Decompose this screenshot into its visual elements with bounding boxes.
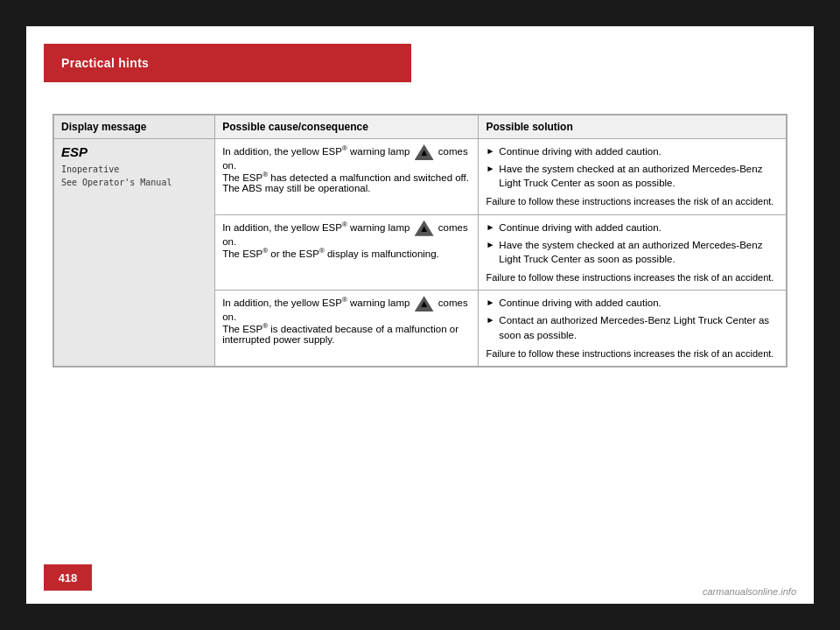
page-number: 418 xyxy=(59,571,78,584)
cause-text-2: The ESP® has detected a malfunction and … xyxy=(222,171,471,183)
cause-text: In addition, the yellow ESP® warning lam… xyxy=(222,296,471,322)
esp-label: ESP xyxy=(61,144,88,159)
solution-text: Continue driving with added caution. xyxy=(499,220,661,234)
esp-subtext: Inoperative See Operator's Manual xyxy=(61,163,207,189)
solution-bullet: ► Have the system checked at an authoriz… xyxy=(486,238,779,266)
solution-text: Have the system checked at an authorized… xyxy=(499,238,779,266)
cause-text-2: The ESP® or the ESP® display is malfunct… xyxy=(222,247,471,259)
bullet-arrow-icon: ► xyxy=(486,145,494,158)
cause-cell-2: In addition, the yellow ESP® warning lam… xyxy=(215,214,479,290)
solution-cell-2: ► Continue driving with added caution. ►… xyxy=(479,214,787,290)
solution-cell-3: ► Continue driving with added caution. ►… xyxy=(479,290,787,367)
main-table-container: Display message Possible cause/consequen… xyxy=(52,114,788,368)
warning-icon-2: ▲ xyxy=(415,220,434,236)
header-title: Practical hints xyxy=(61,56,149,70)
header-bar: Practical hints xyxy=(44,44,411,82)
table-header-row: Display message Possible cause/consequen… xyxy=(54,116,787,139)
col-header-display: Display message xyxy=(54,116,215,139)
esp-subtext-line1: Inoperative xyxy=(61,164,119,174)
solution-bullet: ► Continue driving with added caution. xyxy=(486,220,779,234)
solution-text: Continue driving with added caution. xyxy=(499,144,661,158)
cause-text: In addition, the yellow ESP® warning lam… xyxy=(222,144,471,171)
col-header-solution: Possible solution xyxy=(479,116,787,139)
esp-subtext-line2: See Operator's Manual xyxy=(61,178,172,187)
cause-section-3: In addition, the yellow ESP® warning lam… xyxy=(222,296,471,345)
solution-text: Contact an authorized Mercedes-Benz Ligh… xyxy=(499,313,779,341)
solution-cell-1: ► Continue driving with added caution. ►… xyxy=(479,139,787,215)
esp-table: Display message Possible cause/consequen… xyxy=(53,115,787,367)
cause-section-1: In addition, the yellow ESP® warning lam… xyxy=(222,144,471,193)
cause-text-3: The ABS may still be operational. xyxy=(222,183,471,193)
bullet-arrow-icon: ► xyxy=(486,221,494,234)
bullet-arrow-icon: ► xyxy=(486,163,494,175)
warning-icon-3: ▲ xyxy=(415,296,434,312)
solution-text: Continue driving with added caution. xyxy=(499,296,661,310)
display-message-cell: ESP Inoperative See Operator's Manual xyxy=(54,139,215,367)
failure-note-1: Failure to follow these instructions inc… xyxy=(486,195,779,208)
table-row: ESP Inoperative See Operator's Manual In… xyxy=(54,139,787,215)
bullet-arrow-icon: ► xyxy=(486,297,494,309)
bullet-arrow-icon: ► xyxy=(486,239,494,251)
warning-icon-1: ▲ xyxy=(415,144,434,160)
solution-bullet: ► Continue driving with added caution. xyxy=(486,296,779,310)
cause-text-2: The ESP® is deactivated because of a mal… xyxy=(222,322,471,345)
bullet-arrow-icon: ► xyxy=(486,314,494,326)
solution-bullet: ► Continue driving with added caution. xyxy=(486,144,779,158)
solution-bullet: ► Have the system checked at an authoriz… xyxy=(486,162,779,190)
col-header-cause: Possible cause/consequence xyxy=(215,116,479,139)
failure-note-2: Failure to follow these instructions inc… xyxy=(486,271,779,284)
cause-section-2: In addition, the yellow ESP® warning lam… xyxy=(222,220,471,259)
cause-cell-3: In addition, the yellow ESP® warning lam… xyxy=(215,290,479,367)
cause-cell-1: In addition, the yellow ESP® warning lam… xyxy=(215,139,479,215)
page-number-box: 418 xyxy=(44,564,92,591)
cause-text: In addition, the yellow ESP® warning lam… xyxy=(222,220,471,247)
solution-text: Have the system checked at an authorized… xyxy=(499,162,779,190)
failure-note-3: Failure to follow these instructions inc… xyxy=(486,347,779,360)
solution-bullet: ► Contact an authorized Mercedes-Benz Li… xyxy=(486,313,779,341)
watermark: carmanualsonline.info xyxy=(703,586,796,597)
